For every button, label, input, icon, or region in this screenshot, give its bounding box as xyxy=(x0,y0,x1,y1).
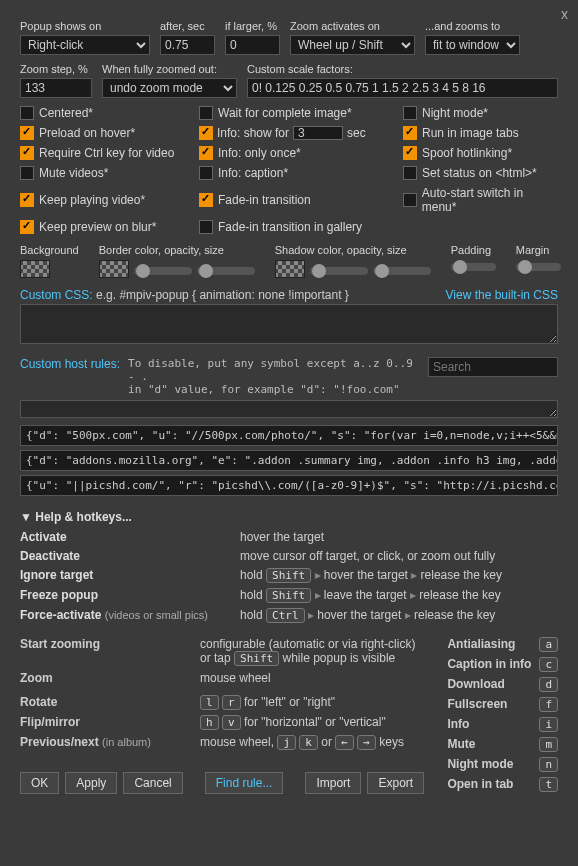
after-sec-input[interactable] xyxy=(160,35,215,55)
export-button[interactable]: Export xyxy=(367,772,424,794)
ctrl-key-check[interactable] xyxy=(20,146,34,160)
apply-button[interactable]: Apply xyxy=(65,772,117,794)
fade-in-gallery-check[interactable] xyxy=(199,220,213,234)
if-larger-label: if larger, % xyxy=(225,20,280,32)
night-mode-check[interactable] xyxy=(403,106,417,120)
host-rules-label: Custom host rules: xyxy=(20,357,120,371)
spoof-label: Spoof hotlinking* xyxy=(422,146,512,160)
flip-label: Flip/mirror xyxy=(20,715,195,730)
freeze-label: Freeze popup xyxy=(20,588,230,603)
border-label: Border color, opacity, size xyxy=(99,244,255,256)
wait-complete-check[interactable] xyxy=(199,106,213,120)
background-swatch[interactable] xyxy=(20,260,50,278)
info-caption-label: Info: caption* xyxy=(218,166,288,180)
fully-zoomed-label: When fully zoomed out: xyxy=(102,63,237,75)
host-rules-hint2: in "d" value, for example "d": "!foo.com… xyxy=(128,383,420,396)
shadow-swatch[interactable] xyxy=(275,260,305,278)
scale-factors-input[interactable] xyxy=(247,78,558,98)
deactivate-desc: move cursor off target, or click, or zoo… xyxy=(240,549,558,563)
padding-label: Padding xyxy=(451,244,496,256)
custom-css-textarea[interactable] xyxy=(20,304,558,344)
auto-start-label: Auto-start switch in menu* xyxy=(422,186,558,214)
fade-in-check[interactable] xyxy=(199,193,213,207)
shadow-opacity-slider[interactable] xyxy=(310,267,368,275)
cancel-button[interactable]: Cancel xyxy=(123,772,182,794)
zoom-step-input[interactable] xyxy=(20,78,92,98)
border-opacity-slider[interactable] xyxy=(134,267,192,275)
close-icon[interactable]: x xyxy=(561,6,568,22)
keep-playing-check[interactable] xyxy=(20,193,34,207)
padding-slider[interactable] xyxy=(451,263,496,271)
deactivate-label: Deactivate xyxy=(20,549,230,563)
margin-label: Margin xyxy=(516,244,561,256)
custom-css-label: Custom CSS: xyxy=(20,288,93,302)
info-once-label: Info: only once* xyxy=(218,146,301,160)
preload-check[interactable] xyxy=(20,126,34,140)
centered-check[interactable] xyxy=(20,106,34,120)
zooms-to-select[interactable]: fit to window xyxy=(425,35,520,55)
force-desc: hold Ctrl ▸ hover the target ▸ release t… xyxy=(240,608,558,623)
ok-button[interactable]: OK xyxy=(20,772,59,794)
custom-css-hint: e.g. #mpiv-popup { animation: none !impo… xyxy=(96,288,349,302)
set-status-label: Set status on <html>* xyxy=(422,166,537,180)
host-rules-textarea[interactable] xyxy=(20,400,558,418)
help-header[interactable]: ▼ Help & hotkeys... xyxy=(20,510,558,524)
keep-preview-label: Keep preview on blur* xyxy=(39,220,156,234)
zoom-step-label: Zoom step, % xyxy=(20,63,92,75)
spoof-check[interactable] xyxy=(403,146,417,160)
popup-shows-select[interactable]: Right-click xyxy=(20,35,150,55)
ctrl-key-label: Require Ctrl key for video xyxy=(39,146,174,160)
rule-2[interactable]: {"d": "addons.mozilla.org", "e": ".addon… xyxy=(20,450,558,471)
border-size-slider[interactable] xyxy=(197,267,255,275)
info-show-label: Info: show for xyxy=(217,126,289,140)
zooms-to-label: ...and zooms to xyxy=(425,20,520,32)
mute-label: Mute videos* xyxy=(39,166,108,180)
force-label: Force-activate (videos or small pics) xyxy=(20,608,230,623)
info-show-sec-input[interactable] xyxy=(293,126,343,140)
info-once-check[interactable] xyxy=(199,146,213,160)
preload-label: Preload on hover* xyxy=(39,126,135,140)
view-builtin-css-link[interactable]: View the built-in CSS xyxy=(446,288,559,302)
prevnext-desc: mouse wheel, j k or ← → keys xyxy=(200,735,427,750)
ignore-desc: hold Shift ▸ hover the target ▸ release … xyxy=(240,568,558,583)
popup-shows-label: Popup shows on xyxy=(20,20,150,32)
activate-label: Activate xyxy=(20,530,230,544)
run-image-tabs-check[interactable] xyxy=(403,126,417,140)
keep-playing-label: Keep playing video* xyxy=(39,193,145,207)
fully-zoomed-select[interactable]: undo zoom mode xyxy=(102,78,237,98)
night-mode-label: Night mode* xyxy=(422,106,488,120)
activate-desc: hover the target xyxy=(240,530,558,544)
sec-label: sec xyxy=(347,126,366,140)
rotate-desc: l r for "left" or "right" xyxy=(200,695,427,710)
zoom-activates-label: Zoom activates on xyxy=(290,20,415,32)
zoom-activates-select[interactable]: Wheel up / Shift xyxy=(290,35,415,55)
zoom-label: Zoom xyxy=(20,671,195,685)
margin-slider[interactable] xyxy=(516,263,561,271)
background-label: Background xyxy=(20,244,79,256)
set-status-check[interactable] xyxy=(403,166,417,180)
run-image-tabs-label: Run in image tabs xyxy=(422,126,519,140)
rotate-label: Rotate xyxy=(20,695,195,710)
info-show-check[interactable] xyxy=(199,126,213,140)
info-caption-check[interactable] xyxy=(199,166,213,180)
keep-preview-check[interactable] xyxy=(20,220,34,234)
import-button[interactable]: Import xyxy=(305,772,361,794)
rule-3[interactable]: {"u": "||picshd.com/", "r": "picshd\\.co… xyxy=(20,475,558,496)
rule-1[interactable]: {"d": "500px.com", "u": "//500px.com/pho… xyxy=(20,425,558,446)
centered-label: Centered* xyxy=(39,106,93,120)
wait-complete-label: Wait for complete image* xyxy=(218,106,352,120)
shadow-label: Shadow color, opacity, size xyxy=(275,244,431,256)
if-larger-input[interactable] xyxy=(225,35,280,55)
host-rules-search[interactable] xyxy=(428,357,558,377)
border-swatch[interactable] xyxy=(99,260,129,278)
scale-factors-label: Custom scale factors: xyxy=(247,63,558,75)
find-rule-button[interactable]: Find rule... xyxy=(205,772,284,794)
prevnext-label: Previous/next (in album) xyxy=(20,735,195,750)
shortcuts-table: Antialiasinga Caption in infoc Downloadd… xyxy=(447,637,558,792)
fade-in-label: Fade-in transition xyxy=(218,193,311,207)
shadow-size-slider[interactable] xyxy=(373,267,431,275)
auto-start-check[interactable] xyxy=(403,193,417,207)
flip-desc: h v for "horizontal" or "vertical" xyxy=(200,715,427,730)
mute-check[interactable] xyxy=(20,166,34,180)
fade-in-gallery-label: Fade-in transition in gallery xyxy=(218,220,362,234)
